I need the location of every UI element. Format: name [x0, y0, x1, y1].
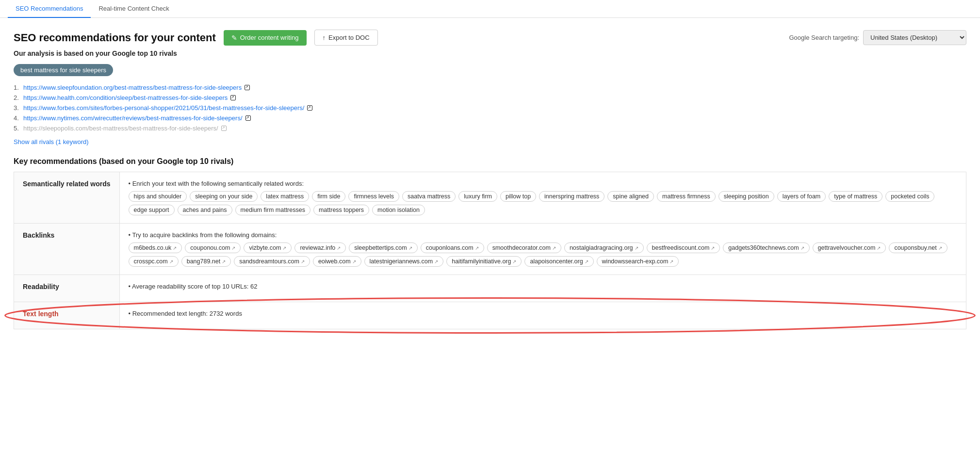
google-targeting-row: Google Search targeting: United States (…	[789, 30, 966, 45]
readability-row: Readability • Average readability score …	[14, 275, 966, 302]
backlink-crosspc: crosspc.com ↗	[129, 256, 179, 267]
semantically-related-row: Semantically related words • Enrich your…	[14, 172, 966, 224]
external-link-icon-3	[307, 105, 312, 111]
backlink-vizbyte: vizbyte.com ↗	[244, 242, 292, 253]
tag-aches-and-pains: aches and pains	[178, 205, 232, 215]
main-content: SEO recommendations for your content ✎ O…	[0, 18, 980, 341]
backlink-gadgets360: gadgets360technews.com ↗	[723, 242, 809, 253]
tag-layers-of-foam: layers of foam	[777, 191, 826, 202]
backlink-reviewaz: reviewaz.info ↗	[294, 242, 346, 253]
page-title: SEO recommendations for your content	[14, 32, 216, 44]
backlink-m6beds: m6beds.co.uk ↗	[129, 242, 182, 253]
tag-pocketed-coils: pocketed coils	[885, 191, 934, 202]
backlink-smoothdecorator: smoothdecorator.com ↗	[487, 242, 561, 253]
header-row: SEO recommendations for your content ✎ O…	[14, 30, 966, 46]
text-length-label: Text length	[14, 302, 120, 329]
external-link-icon-1	[245, 85, 250, 90]
tag-sleeping-on-your-side: sleeping on your side	[190, 191, 258, 202]
rival-link-2[interactable]: https://www.health.com/condition/sleep/b…	[23, 94, 228, 101]
tag-spine-aligned: spine aligned	[607, 191, 654, 202]
backlink-sleepbettertips: sleepbettertips.com ↗	[349, 242, 417, 253]
readability-label: Readability	[14, 275, 120, 302]
backlink-haitifamily: haitifamilyinitiative.org ↗	[446, 256, 522, 267]
rival-link-5[interactable]: https://sleepopolis.com/best-mattress/be…	[23, 125, 218, 132]
rival-link-4[interactable]: https://www.nytimes.com/wirecutter/revie…	[23, 114, 243, 122]
semantically-related-content: • Enrich your text with the following se…	[119, 172, 966, 224]
tag-medium-firm-mattresses: medium firm mattresses	[235, 205, 310, 215]
external-link-icon-5	[221, 126, 227, 131]
rival-item-1: 1. https://www.sleepfoundation.org/best-…	[14, 84, 966, 91]
backlink-eoiweb: eoiweb.com ↗	[313, 256, 361, 267]
rival-link-3[interactable]: https://www.forbes.com/sites/forbes-pers…	[23, 104, 304, 112]
tag-motion-isolation: motion isolation	[372, 205, 425, 215]
backlinks-row: Backlinks • Try to acquire backlinks fro…	[14, 224, 966, 275]
recommendations-container: Semantically related words • Enrich your…	[14, 172, 966, 329]
backlink-couponou: couponou.com ↗	[185, 242, 241, 253]
tag-sleeping-position: sleeping position	[719, 191, 774, 202]
backlinks-content: • Try to acquire backlinks from the foll…	[119, 224, 966, 275]
backlink-sandsdreamtours: sandsdreamtours.com ↗	[234, 256, 310, 267]
tag-firm-side: firm side	[312, 191, 345, 202]
tag-mattress-firmness: mattress firmness	[657, 191, 716, 202]
tag-pillow-top: pillow top	[500, 191, 536, 202]
backlink-gettravelvoucher: gettravelvoucher.com ↗	[813, 242, 886, 253]
tag-latex-mattress: latex mattress	[261, 191, 309, 202]
google-targeting-label: Google Search targeting:	[789, 34, 859, 41]
backlink-bang789: bang789.net ↗	[181, 256, 231, 267]
rivals-list: 1. https://www.sleepfoundation.org/best-…	[14, 84, 966, 132]
tab-realtime[interactable]: Real-time Content Check	[91, 0, 177, 18]
readability-content: • Average readability score of top 10 UR…	[119, 275, 966, 302]
tag-edge-support: edge support	[129, 205, 175, 215]
text-length-bullet: • Recommended text length: 2732 words	[129, 310, 957, 317]
backlink-latestnigeriannews: latestnigeriannews.com ↗	[364, 256, 444, 267]
backlink-couponsbuy: couponsbuy.net ↗	[889, 242, 947, 253]
show-rivals-link[interactable]: Show all rivals (1 keyword)	[14, 138, 89, 145]
order-button-label: Order content writing	[240, 34, 299, 41]
backlink-alapoisoncenter: alapoisoncenter.org ↗	[524, 256, 593, 267]
key-recommendations-heading: Key recommendations (based on your Googl…	[14, 157, 966, 166]
backlink-windowssearch: windowssearch-exp.com ↗	[597, 256, 679, 267]
tag-innerspring-mattress: innerspring mattress	[539, 191, 604, 202]
backlink-nostalgiadragracing: nostalgiadragracing.org ↗	[564, 242, 644, 253]
export-button-label: Export to DOC	[328, 34, 370, 41]
semantically-related-bullet: • Enrich your text with the following se…	[129, 180, 957, 187]
backlink-couponloans: couponloans.com ↗	[421, 242, 484, 253]
keyword-badge: best mattress for side sleepers	[14, 64, 113, 76]
tag-mattress-toppers: mattress toppers	[313, 205, 369, 215]
rival-link-1[interactable]: https://www.sleepfoundation.org/best-mat…	[23, 84, 242, 91]
upload-icon: ↑	[323, 34, 326, 41]
tabs-bar: SEO Recommendations Real-time Content Ch…	[0, 0, 980, 18]
tag-type-of-mattress: type of mattress	[829, 191, 882, 202]
rival-item-2: 2. https://www.health.com/condition/slee…	[14, 94, 966, 101]
tag-firmness-levels: firmness levels	[348, 191, 399, 202]
rival-item-4: 4. https://www.nytimes.com/wirecutter/re…	[14, 114, 966, 122]
readability-bullet: • Average readability score of top 10 UR…	[129, 283, 957, 290]
backlinks-tags-container: m6beds.co.uk ↗ couponou.com ↗ vizbyte.co…	[129, 242, 957, 267]
edit-icon: ✎	[231, 34, 237, 42]
rival-item-3: 3. https://www.forbes.com/sites/forbes-p…	[14, 104, 966, 112]
subtitle: Our analysis is based on your Google top…	[14, 49, 966, 57]
backlinks-bullet: • Try to acquire backlinks from the foll…	[129, 231, 957, 239]
tab-seo[interactable]: SEO Recommendations	[8, 0, 91, 18]
order-content-writing-button[interactable]: ✎ Order content writing	[224, 30, 307, 46]
text-length-row: Text length • Recommended text length: 2…	[14, 302, 966, 329]
backlinks-label: Backlinks	[14, 224, 120, 275]
external-link-icon-2	[230, 95, 236, 100]
tag-luxury-firm: luxury firm	[458, 191, 497, 202]
export-to-doc-button[interactable]: ↑ Export to DOC	[314, 30, 378, 46]
google-targeting-select[interactable]: United States (Desktop) United States (M…	[863, 30, 966, 45]
external-link-icon-4	[245, 115, 251, 121]
rival-item-5: 5. https://sleepopolis.com/best-mattress…	[14, 125, 966, 132]
semantic-tags-container: hips and shoulder sleeping on your side …	[129, 191, 957, 215]
text-length-content: • Recommended text length: 2732 words	[119, 302, 966, 329]
tag-hips-and-shoulder: hips and shoulder	[129, 191, 187, 202]
semantically-related-label: Semantically related words	[14, 172, 120, 224]
recommendations-table: Semantically related words • Enrich your…	[14, 172, 966, 329]
backlink-bestfreediscount: bestfreediscount.com ↗	[647, 242, 720, 253]
tag-saatva-mattress: saatva mattress	[402, 191, 456, 202]
